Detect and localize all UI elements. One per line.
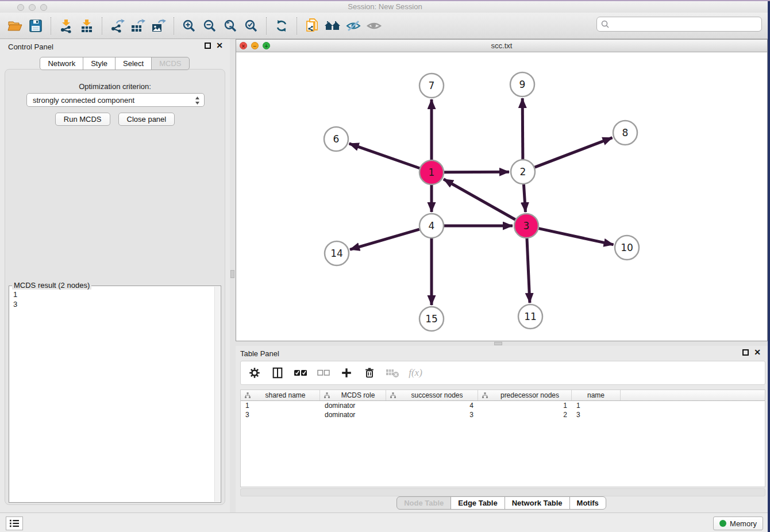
window-title: Session: New Session: [0, 2, 770, 11]
graph-edge-3-10[interactable]: [538, 229, 613, 245]
memory-status-icon: [719, 520, 726, 527]
tab-network[interactable]: Network: [40, 57, 83, 70]
graph-edge-2-9[interactable]: [522, 98, 523, 159]
panel-divider[interactable]: [230, 39, 236, 512]
mcds-result-line: 1: [13, 290, 17, 299]
desktop-edge: [768, 1, 770, 532]
divider-grip[interactable]: [230, 270, 234, 278]
cell-predecessor-nodes[interactable]: 1: [478, 402, 572, 410]
function-builder-button[interactable]: f(x): [407, 365, 424, 381]
zoom-selected-button[interactable]: [241, 16, 261, 36]
deselect-all-icon: [317, 369, 330, 377]
task-history-button[interactable]: [6, 516, 23, 530]
node-table: shared name MCDS role successor nodes pr…: [240, 390, 765, 487]
document-share-button[interactable]: [302, 16, 322, 36]
optimization-criterion-label: Optimization criterion:: [5, 82, 225, 91]
delete-column-button[interactable]: [361, 365, 378, 381]
deselect-all-button[interactable]: [315, 365, 332, 381]
graph-edge-3-11[interactable]: [527, 238, 530, 303]
cell-shared-name[interactable]: 1: [241, 402, 320, 410]
graph-edge-1-2[interactable]: [444, 172, 509, 172]
table-tabs: Node Table Edge Table Network Table Moti…: [236, 496, 768, 510]
main-toolbar: [0, 13, 770, 39]
cell-predecessor-nodes[interactable]: 2: [478, 411, 572, 419]
import-network-button[interactable]: [56, 16, 76, 36]
tab-edge-table[interactable]: Edge Table: [451, 496, 505, 510]
application-window: Session: New Session: [0, 0, 770, 532]
table-row[interactable]: 3 dominator 3 2 3: [241, 410, 765, 419]
tab-mcds[interactable]: MCDS: [151, 57, 189, 70]
network-window-title: scc.txt: [236, 41, 767, 50]
eye-button[interactable]: [364, 16, 384, 36]
eye-icon: [366, 19, 382, 33]
column-header-successor-nodes[interactable]: successor nodes: [386, 390, 478, 400]
zoom-out-button[interactable]: [199, 16, 220, 36]
divider-grip[interactable]: [494, 342, 502, 345]
graph-node-label-6: 6: [333, 133, 340, 145]
trash-icon: [363, 367, 376, 379]
control-panel-header: Control Panel ✕: [0, 39, 230, 54]
open-file-button[interactable]: [5, 16, 25, 36]
columns-button[interactable]: [270, 365, 286, 381]
cell-mcds-role[interactable]: dominator: [320, 411, 386, 419]
horizontal-divider[interactable]: [236, 341, 770, 346]
add-column-button[interactable]: [338, 365, 355, 381]
tab-node-table[interactable]: Node Table: [396, 496, 451, 510]
run-mcds-button[interactable]: Run MCDS: [55, 113, 110, 126]
graph-edge-1-6[interactable]: [349, 144, 420, 168]
cell-successor-nodes[interactable]: 4: [386, 402, 478, 410]
zoom-in-button[interactable]: [179, 16, 199, 36]
double-house-button[interactable]: [322, 16, 343, 36]
graph-edge-2-8[interactable]: [535, 138, 613, 168]
cell-name[interactable]: 1: [572, 402, 621, 410]
control-panel-tabs: Network Style Select MCDS: [0, 57, 230, 70]
graph-edge-3-1[interactable]: [444, 179, 515, 219]
search-input[interactable]: [610, 20, 758, 29]
close-panel-button[interactable]: Close panel: [118, 113, 175, 126]
column-header-mcds-role[interactable]: MCDS role: [320, 390, 386, 400]
memory-button[interactable]: Memory: [713, 516, 763, 530]
cell-successor-nodes[interactable]: 3: [386, 411, 478, 419]
save-session-button[interactable]: [25, 16, 46, 36]
tab-motifs[interactable]: Motifs: [569, 496, 606, 510]
mcds-result-box: MCDS result (2 nodes) 1 3: [9, 286, 221, 503]
select-all-button[interactable]: [292, 365, 309, 381]
cell-name[interactable]: 3: [572, 411, 621, 419]
tree-icon: [390, 392, 396, 399]
float-panel-icon[interactable]: [742, 349, 749, 356]
export-network-button[interactable]: [107, 16, 128, 36]
import-table-button[interactable]: [76, 16, 97, 36]
gear-button[interactable]: [247, 365, 263, 381]
close-panel-icon[interactable]: ✕: [754, 349, 761, 356]
optimization-criterion-select[interactable]: strongly connected component: [26, 93, 205, 107]
column-header-shared-name[interactable]: shared name: [241, 390, 320, 400]
table-row[interactable]: 1 dominator 4 1 1: [241, 401, 765, 410]
tree-icon: [482, 392, 488, 399]
tab-network-table[interactable]: Network Table: [505, 496, 570, 510]
export-image-button[interactable]: [148, 16, 169, 36]
refresh-layout-icon: [274, 18, 289, 33]
float-panel-icon[interactable]: [205, 43, 211, 49]
status-bar: Memory: [0, 512, 770, 532]
graph-node-label-14: 14: [330, 248, 343, 259]
tab-style[interactable]: Style: [83, 57, 116, 70]
add-icon: [340, 367, 353, 379]
zoom-fit-button[interactable]: [220, 16, 241, 36]
graph-edge-2-3[interactable]: [523, 184, 525, 212]
result-scrollbar[interactable]: [214, 287, 220, 502]
refresh-layout-button[interactable]: [271, 16, 292, 36]
column-header-name[interactable]: name: [572, 390, 621, 400]
cell-shared-name[interactable]: 3: [241, 411, 320, 419]
delete-table-button[interactable]: [384, 365, 401, 381]
table-header-row: shared name MCDS role successor nodes pr…: [241, 390, 765, 401]
eye-slash-button[interactable]: [343, 16, 364, 36]
graph-edge-4-14[interactable]: [350, 229, 419, 249]
network-canvas[interactable]: 7968124314101511: [236, 52, 767, 341]
column-header-predecessor-nodes[interactable]: predecessor nodes: [478, 390, 572, 400]
search-field[interactable]: [596, 17, 762, 32]
export-table-button[interactable]: [128, 16, 148, 36]
cell-mcds-role[interactable]: dominator: [320, 402, 386, 410]
gear-icon: [248, 367, 261, 379]
tab-select[interactable]: Select: [115, 57, 152, 70]
close-panel-icon[interactable]: ✕: [216, 43, 223, 49]
